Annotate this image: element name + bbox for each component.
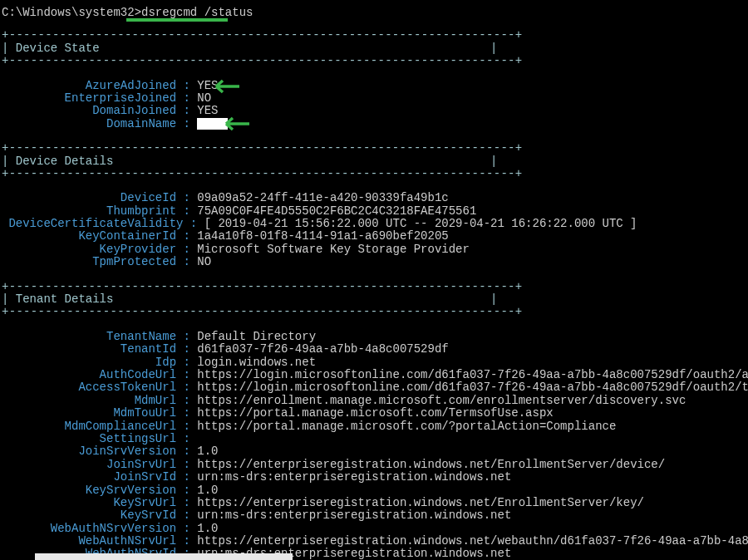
- field-row: TpmProtected : NO: [2, 256, 746, 268]
- prompt: C:\Windows\system32>dsregcmd /status: [2, 7, 746, 19]
- field-key: DomainName :: [2, 117, 197, 130]
- field-key: AccessTokenUrl :: [2, 381, 197, 394]
- field-key: MdmComplianceUrl :: [2, 420, 197, 433]
- field-key: SettingsUrl :: [2, 432, 197, 445]
- field-row: KeySrvUrl : https://enterpriseregistrati…: [2, 497, 746, 509]
- field-value: 1.0: [197, 522, 218, 535]
- field-row: SettingsUrl :: [2, 433, 746, 445]
- field-value: https://enterpriseregistration.windows.n…: [197, 534, 748, 548]
- field-key: TenantId :: [2, 342, 197, 356]
- field-value: https://login.microsoftonline.com/d61fa0…: [197, 368, 748, 381]
- field-row: Thumbprint : 75A09C0F4FE4D5550C2F6BC2C4C…: [2, 205, 746, 218]
- field-row: JoinSrvUrl : https://enterpriseregistrat…: [2, 459, 746, 471]
- field-row: WebAuthNSrvUrl : https://enterpriseregis…: [2, 535, 746, 548]
- field-row: KeySrvId : urn:ms-drs:enterpriseregistra…: [2, 509, 746, 522]
- field-value: 75A09C0F4FE4D5550C2F6BC2C4C3218FAE475561: [197, 204, 476, 218]
- field-value: YES: [197, 104, 218, 117]
- field-value: urn:ms-drs:enterpriseregistration.window…: [197, 470, 511, 484]
- field-key: TenantName :: [2, 330, 197, 343]
- field-value: https://portal.manage.microsoft.com/Term…: [197, 406, 553, 420]
- section-header: | Device Details |: [2, 155, 746, 168]
- field-key: JoinSrvUrl :: [2, 458, 197, 471]
- field-value: d61fa037-7f26-49aa-a7bb-4a8c007529df: [197, 342, 448, 356]
- field-row: KeySrvVersion : 1.0: [2, 484, 746, 497]
- separator: +---------------------------------------…: [2, 29, 746, 42]
- highlight-underline: [126, 18, 228, 22]
- field-value: https://enterpriseregistration.windows.n…: [197, 496, 644, 509]
- field-value: NO: [197, 255, 211, 268]
- field-value: https://enrollment.manage.microsoft.com/…: [197, 394, 686, 407]
- field-key: MdmUrl :: [2, 394, 197, 407]
- field-key: KeyContainerId :: [2, 229, 197, 243]
- field-row: DomainName :: [2, 118, 746, 130]
- field-value: 09a09a52-24ff-411e-a420-90339fa49b1c: [197, 191, 448, 204]
- field-row: TenantId : d61fa037-7f26-49aa-a7bb-4a8c0…: [2, 343, 746, 356]
- field-value: https://login.microsoftonline.com/d61fa0…: [197, 381, 748, 394]
- field-key: Thumbprint :: [2, 204, 197, 218]
- field-key: KeySrvVersion :: [2, 484, 197, 497]
- field-row: AzureAdJoined : YES: [2, 80, 746, 92]
- field-value: Microsoft Software Key Storage Provider: [197, 243, 470, 256]
- field-row: EnterpriseJoined : NO: [2, 92, 746, 105]
- field-value: https://portal.manage.microsoft.com/?por…: [197, 420, 616, 433]
- separator: +---------------------------------------…: [2, 306, 746, 318]
- field-key: JoinSrvVersion :: [2, 445, 197, 458]
- field-key: EnterpriseJoined :: [2, 91, 197, 105]
- field-key: DeviceId :: [2, 191, 197, 204]
- separator: +---------------------------------------…: [2, 281, 746, 293]
- field-value: 1.0: [197, 484, 218, 497]
- field-key: WebAuthNSrvVersion :: [2, 522, 197, 535]
- field-key: KeyProvider :: [2, 243, 197, 256]
- bottom-bar: [35, 553, 293, 560]
- field-value: [ 2019-04-21 15:56:22.000 UTC -- 2029-04…: [204, 217, 637, 230]
- separator: +---------------------------------------…: [2, 168, 746, 180]
- field-row: DomainJoined : YES: [2, 105, 746, 117]
- separator: +---------------------------------------…: [2, 142, 746, 155]
- field-value: Default Directory: [197, 330, 316, 343]
- field-row: KeyContainerId : 1a4a10f8-01f8-4114-91a1…: [2, 230, 746, 243]
- field-key: AuthCodeUrl :: [2, 368, 197, 381]
- field-row: MdmTouUrl : https://portal.manage.micros…: [2, 407, 746, 420]
- separator: +---------------------------------------…: [2, 55, 746, 67]
- arrow-left-icon: [218, 115, 251, 132]
- field-row: TenantName : Default Directory: [2, 331, 746, 343]
- field-row: JoinSrvId : urn:ms-drs:enterpriseregistr…: [2, 471, 746, 484]
- field-row: MdmUrl : https://enrollment.manage.micro…: [2, 395, 746, 407]
- field-key: JoinSrvId :: [2, 470, 197, 484]
- terminal-output: +---------------------------------------…: [2, 29, 746, 560]
- field-row: AccessTokenUrl : https://login.microsoft…: [2, 381, 746, 394]
- field-value: 1.0: [197, 445, 218, 458]
- field-key: WebAuthNSrvUrl :: [2, 534, 197, 548]
- section-header: | Tenant Details |: [2, 293, 746, 306]
- field-row: WebAuthNSrvVersion : 1.0: [2, 523, 746, 535]
- field-key: KeySrvUrl :: [2, 496, 197, 509]
- field-key: DeviceCertificateValidity :: [2, 217, 204, 230]
- section-header: | Device State |: [2, 42, 746, 55]
- field-key: KeySrvId :: [2, 508, 197, 522]
- field-value: 1a4a10f8-01f8-4114-91a1-a690bef20205: [197, 229, 448, 243]
- field-key: Idp :: [2, 356, 197, 369]
- arrow-left-icon: [208, 78, 241, 95]
- field-key: MdmTouUrl :: [2, 406, 197, 420]
- field-row: DeviceId : 09a09a52-24ff-411e-a420-90339…: [2, 192, 746, 204]
- field-key: DomainJoined :: [2, 104, 197, 117]
- field-value: login.windows.net: [197, 356, 316, 369]
- field-value: https://enterpriseregistration.windows.n…: [197, 458, 665, 471]
- field-row: AuthCodeUrl : https://login.microsoftonl…: [2, 369, 746, 381]
- field-row: JoinSrvVersion : 1.0: [2, 445, 746, 458]
- field-row: KeyProvider : Microsoft Software Key Sto…: [2, 243, 746, 256]
- prompt-path: C:\Windows\system32>: [2, 6, 141, 19]
- field-row: MdmComplianceUrl : https://portal.manage…: [2, 420, 746, 433]
- prompt-command: dsregcmd /status: [141, 6, 253, 19]
- field-row: DeviceCertificateValidity : [ 2019-04-21…: [2, 218, 746, 230]
- field-value: urn:ms-drs:enterpriseregistration.window…: [197, 508, 511, 522]
- field-key: TpmProtected :: [2, 255, 197, 268]
- field-row: Idp : login.windows.net: [2, 356, 746, 369]
- field-key: AzureAdJoined :: [2, 79, 197, 92]
